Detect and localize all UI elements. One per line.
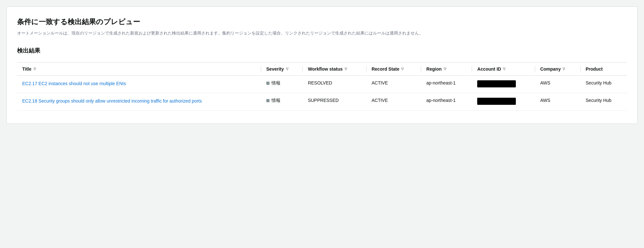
page-title: 条件に一致する検出結果のプレビュー	[17, 17, 627, 27]
sort-icon-workflow[interactable]: ▽	[345, 67, 347, 71]
table-row: EC2.18 Security groups should only allow…	[17, 93, 627, 110]
col-severity[interactable]: Severity ▽	[261, 62, 303, 75]
col-workflow-label: Workflow status	[308, 66, 343, 72]
sort-icon-company[interactable]: ▽	[563, 67, 565, 71]
main-container: 条件に一致する検出結果のプレビュー オートメーションルールは、現在のリージョンで…	[6, 6, 638, 124]
cell-title[interactable]: EC2.17 EC2 instances should not use mult…	[17, 75, 261, 93]
cell-severity: 情報	[261, 75, 303, 93]
cell-region: ap-northeast-1	[421, 93, 472, 110]
col-workflow-status[interactable]: Workflow status ▽	[303, 62, 366, 75]
col-account-label: Account ID	[477, 66, 501, 72]
col-title[interactable]: Title ▽	[17, 62, 261, 75]
sort-icon-severity[interactable]: ▽	[286, 67, 289, 71]
sort-icon-title[interactable]: ▽	[33, 67, 36, 71]
cell-title[interactable]: EC2.18 Security groups should only allow…	[17, 93, 261, 110]
page-description: オートメーションルールは、現在のリージョンで生成された新規および更新された検出結…	[17, 30, 627, 36]
cell-account-id	[472, 93, 535, 110]
findings-table: Title ▽ Severity ▽ Workflow status	[17, 62, 627, 111]
cell-record-state: ACTIVE	[366, 75, 421, 93]
col-severity-label: Severity	[266, 66, 284, 72]
findings-table-wrapper: Title ▽ Severity ▽ Workflow status	[17, 62, 627, 111]
cell-region: ap-northeast-1	[421, 75, 472, 93]
col-account-id[interactable]: Account ID ▽	[472, 62, 535, 75]
cell-company: AWS	[535, 93, 581, 110]
cell-severity: 情報	[261, 93, 303, 110]
severity-info-icon	[266, 82, 270, 85]
cell-account-id	[472, 75, 535, 93]
col-region-label: Region	[426, 66, 441, 72]
severity-label: 情報	[271, 80, 280, 86]
sort-icon-record[interactable]: ▽	[401, 67, 404, 71]
sort-icon-account[interactable]: ▽	[503, 67, 506, 71]
cell-product: Security Hub	[581, 93, 627, 110]
col-region[interactable]: Region ▽	[421, 62, 472, 75]
account-id-redacted	[477, 80, 516, 87]
sort-icon-region[interactable]: ▽	[444, 67, 446, 71]
severity-info-icon	[266, 99, 270, 102]
cell-workflow-status: SUPPRESSED	[303, 93, 366, 110]
col-product: Product	[581, 62, 627, 75]
table-row: EC2.17 EC2 instances should not use mult…	[17, 75, 627, 93]
cell-product: Security Hub	[581, 75, 627, 93]
col-product-label: Product	[586, 66, 603, 72]
section-title: 検出結果	[17, 47, 627, 55]
col-title-label: Title	[22, 66, 32, 72]
cell-workflow-status: RESOLVED	[303, 75, 366, 93]
table-header-row: Title ▽ Severity ▽ Workflow status	[17, 62, 627, 75]
account-id-redacted	[477, 98, 516, 105]
col-record-label: Record State	[372, 66, 399, 72]
severity-label: 情報	[271, 98, 280, 104]
col-record-state[interactable]: Record State ▽	[366, 62, 421, 75]
col-company[interactable]: Company ▽	[535, 62, 581, 75]
finding-title-link[interactable]: EC2.18 Security groups should only allow…	[22, 98, 202, 104]
finding-title-link[interactable]: EC2.17 EC2 instances should not use mult…	[22, 81, 126, 86]
cell-record-state: ACTIVE	[366, 93, 421, 110]
col-company-label: Company	[540, 66, 561, 72]
cell-company: AWS	[535, 75, 581, 93]
